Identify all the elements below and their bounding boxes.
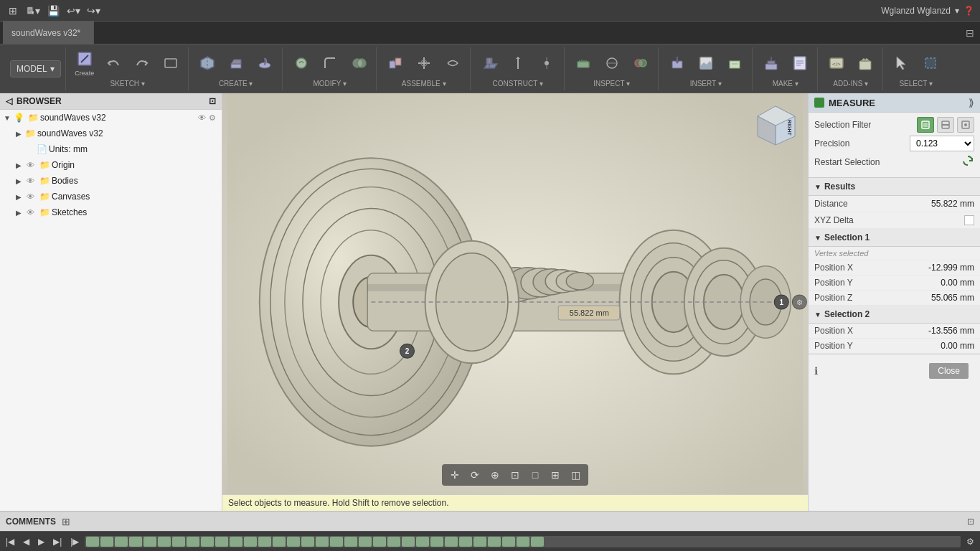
timeline-item-1[interactable] (100, 537, 113, 547)
addins-scripts-icon[interactable]: </> (824, 50, 849, 77)
timeline-item-14[interactable] (287, 537, 300, 547)
root-eye-icon[interactable]: 👁 (198, 113, 206, 123)
view-cube[interactable]: RIGHT (750, 100, 801, 151)
viewport-fit-icon[interactable]: ⊡ (507, 466, 524, 484)
tree-sketches[interactable]: ▶ 👁 📁 Sketches (0, 204, 222, 220)
timeline-item-9[interactable] (215, 537, 228, 547)
viewport-orbit-icon[interactable]: ⟳ (466, 466, 484, 484)
tab-bar-right[interactable]: ⊟ (966, 27, 980, 39)
help-icon[interactable]: ❓ (963, 6, 974, 16)
bodies-eye-icon[interactable]: 👁 (24, 175, 36, 187)
panel-expand-icon[interactable]: ⟫ (969, 97, 974, 108)
tree-root[interactable]: ▼ 💡 📁 soundWaves v32 👁 ⚙ (0, 110, 222, 126)
timeline-item-2[interactable] (115, 537, 128, 547)
modify-press-icon[interactable] (288, 50, 314, 77)
close-button[interactable]: Close (929, 363, 969, 379)
save-icon[interactable]: 💾 (46, 4, 60, 18)
model-dropdown[interactable]: MODEL ▾ (10, 60, 61, 77)
timeline-item-8[interactable] (201, 537, 214, 547)
tree-canvases[interactable]: ▶ 👁 📁 Canvases (0, 189, 222, 204)
timeline-prev-start[interactable]: |◀ (3, 535, 17, 548)
timeline-item-17[interactable] (330, 537, 343, 547)
sel-filter-vertex-icon[interactable] (957, 117, 974, 133)
tree-named-views[interactable]: ▶ 📁 soundWaves v32 (0, 126, 222, 141)
tree-bodies[interactable]: ▶ 👁 📁 Bodies (0, 173, 222, 189)
select-box-icon[interactable] (918, 50, 943, 77)
xyz-delta-checkbox[interactable] (964, 215, 974, 225)
timeline-next[interactable]: ▶| (50, 535, 65, 548)
restart-selection-button[interactable] (961, 154, 974, 170)
construct-plane-icon[interactable] (476, 50, 502, 77)
named-views-arrow[interactable]: ▶ (14, 129, 23, 138)
timeline-item-16[interactable] (316, 537, 329, 547)
timeline-next-end[interactable]: |▶ (67, 535, 82, 548)
timeline-play[interactable]: ▶ (35, 535, 47, 548)
browser-expand-icon[interactable]: ⊡ (209, 96, 216, 106)
root-arrow[interactable]: ▼ (3, 113, 11, 122)
sketch-redo-icon[interactable] (129, 50, 155, 77)
timeline-item-30[interactable] (517, 537, 529, 547)
timeline-item-31[interactable] (531, 537, 544, 547)
inspect-measure-icon[interactable] (570, 50, 596, 77)
canvases-eye-icon[interactable]: 👁 (24, 191, 36, 202)
timeline-item-10[interactable] (230, 537, 242, 547)
info-icon[interactable]: ℹ (814, 365, 818, 377)
insert-canvas-icon[interactable] (693, 50, 719, 77)
timeline-item-7[interactable] (187, 537, 199, 547)
create-box-icon[interactable] (194, 50, 220, 77)
create-revolve-icon[interactable] (252, 50, 278, 77)
timeline-item-29[interactable] (502, 537, 515, 547)
timeline-settings[interactable]: ⚙ (963, 535, 977, 548)
timeline-item-22[interactable] (402, 537, 415, 547)
timeline-item-15[interactable] (301, 537, 314, 547)
timeline-item-23[interactable] (416, 537, 429, 547)
user-dropdown[interactable]: ▾ (955, 6, 959, 16)
viewport-view-icon[interactable]: □ (527, 466, 544, 484)
comments-right-icon[interactable]: ⊡ (967, 517, 974, 527)
browser-collapse-arrow[interactable]: ◁ (6, 96, 12, 106)
file-menu[interactable]: ▾ (26, 4, 40, 18)
modify-combine-icon[interactable] (346, 50, 372, 77)
assemble-motion-icon[interactable] (440, 50, 466, 77)
viewport-grid-icon[interactable]: ⊞ (547, 466, 564, 484)
grid-icon[interactable]: ⊞ (6, 4, 20, 18)
sel-filter-edge-icon[interactable] (937, 117, 954, 133)
sketches-arrow[interactable]: ▶ (14, 208, 23, 217)
assemble-new-icon[interactable] (382, 50, 408, 77)
viewport[interactable]: 55.822 mm 1 2 ⚙ (222, 93, 808, 511)
undo-icon[interactable]: ↩▾ (66, 4, 80, 18)
timeline-item-19[interactable] (359, 537, 372, 547)
inspect-section-icon[interactable] (599, 50, 625, 77)
timeline-item-12[interactable] (258, 537, 271, 547)
assemble-joint-icon[interactable] (411, 50, 437, 77)
tab-soundwaves[interactable]: soundWaves v32* (3, 22, 94, 44)
tree-origin[interactable]: ▶ 👁 📁 Origin (0, 157, 222, 173)
precision-select[interactable]: 0.123 0.12 0.1 0.1234 (910, 136, 974, 151)
timeline-item-13[interactable] (273, 537, 286, 547)
make-3dprint-icon[interactable] (758, 50, 784, 77)
viewport-display-icon[interactable]: ◫ (567, 466, 584, 484)
sketch-rect-icon[interactable] (158, 50, 184, 77)
origin-arrow[interactable]: ▶ (14, 161, 23, 169)
timeline-item-3[interactable] (129, 537, 142, 547)
modify-fillet-icon[interactable] (317, 50, 343, 77)
origin-eye-icon[interactable]: 👁 (24, 159, 36, 171)
timeline-item-11[interactable] (244, 537, 257, 547)
selection2-header[interactable]: ▼ Selection 2 (809, 306, 980, 324)
root-gear-icon[interactable]: ⚙ (209, 113, 216, 123)
make-drawing-icon[interactable] (787, 50, 813, 77)
create-extrude-icon[interactable] (223, 50, 249, 77)
insert-decal-icon[interactable] (722, 50, 748, 77)
timeline-item-5[interactable] (158, 537, 171, 547)
redo-icon[interactable]: ↪▾ (86, 4, 100, 18)
timeline-item-6[interactable] (172, 537, 185, 547)
construct-axis-icon[interactable] (505, 50, 531, 77)
select-cursor-icon[interactable] (889, 50, 915, 77)
timeline-item-21[interactable] (387, 537, 400, 547)
inspect-interference-icon[interactable] (628, 50, 654, 77)
timeline-track[interactable] (85, 536, 961, 547)
selection1-header[interactable]: ▼ Selection 1 (809, 229, 980, 247)
construct-point-icon[interactable] (534, 50, 560, 77)
bodies-arrow[interactable]: ▶ (14, 176, 23, 185)
sketch-create-icon[interactable]: Create (72, 50, 98, 77)
